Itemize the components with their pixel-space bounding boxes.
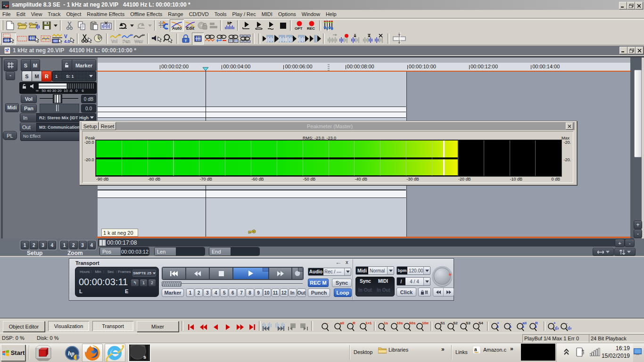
draw-mode-icon[interactable] [40, 33, 51, 45]
transport-close-icon[interactable]: x [346, 260, 348, 265]
doc-close-button[interactable] [636, 47, 644, 54]
loop-button[interactable]: Loop [334, 288, 352, 297]
audio-rec-dropdown[interactable]: Audio Rec / --- [308, 268, 351, 276]
zoom-all-icon[interactable]: all [516, 320, 529, 332]
zoom-R-icon[interactable]: R [529, 320, 542, 332]
zoom-S2-icon[interactable]: S2 [447, 320, 460, 332]
curve-volume-icon[interactable]: Vol [110, 33, 122, 45]
save-icon[interactable] [41, 19, 53, 32]
zoom-preset-3[interactable]: 3 [79, 241, 87, 249]
len-field[interactable]: Len [154, 247, 205, 256]
menu-midi[interactable]: MIDI [259, 10, 275, 18]
menu-cd-dvd[interactable]: CD/DVD [186, 10, 212, 18]
zoom-x-icon[interactable]: - [560, 320, 573, 332]
transport-marker-in[interactable]: In [289, 288, 297, 297]
pitch-mode-icon[interactable] [92, 33, 104, 45]
copy-icon[interactable] [75, 19, 88, 32]
track-record-button[interactable]: R [41, 71, 52, 82]
project-end-marker[interactable] [328, 64, 330, 71]
crossfade-edit-icon[interactable]: Edit [184, 19, 196, 32]
peakmeter-reset-button[interactable]: Reset [99, 122, 116, 130]
peakmeter-title-bar[interactable]: Setup Reset Peakmeter (Master) [81, 122, 575, 130]
rec-m-button[interactable]: REC M [308, 279, 329, 287]
doc-restore-button[interactable] [627, 47, 636, 54]
zoom-S1-icon[interactable]: S1 [434, 320, 447, 332]
redo-dropdown-icon[interactable] [147, 19, 153, 32]
midi-mode-dropdown[interactable]: Midi Normal [355, 266, 394, 275]
links-toolbar-label[interactable]: Links [455, 349, 468, 355]
play-wave-3-icon[interactable] [286, 33, 297, 45]
transport-marker-1[interactable]: 1 [186, 288, 194, 297]
docking-icon[interactable] [208, 19, 219, 32]
tempo-knob[interactable] [432, 266, 452, 286]
solo-all-button[interactable]: S [21, 59, 31, 71]
menu-help[interactable]: Help [323, 10, 339, 18]
quickoffice-icon[interactable] [35, 345, 52, 361]
vol-value[interactable]: 0 dB [81, 95, 96, 103]
range-to-start-icon[interactable] [286, 321, 298, 333]
h-zoom-out-button[interactable]: - [625, 239, 635, 247]
link-until-pause-icon[interactable] [215, 33, 227, 45]
menu-window[interactable]: Window [299, 10, 323, 18]
meter-lock-icon[interactable] [22, 84, 27, 89]
show-desktop-icon[interactable] [634, 348, 642, 355]
rewind-red-icon[interactable] [197, 321, 209, 333]
rewind-button[interactable] [186, 267, 209, 280]
tray-date[interactable]: 15/02/2019 [600, 353, 630, 359]
play-in-range-icon[interactable] [265, 19, 277, 32]
zoom-x-icon[interactable]: + [547, 320, 560, 332]
peakmeter-setup-button[interactable]: Setup [82, 122, 99, 130]
smpte-dropdown[interactable]: SMPTE 25 [132, 270, 156, 277]
vol-slider-handle[interactable] [53, 94, 62, 103]
transport-marker-10[interactable]: 10 [263, 288, 271, 297]
setup-preset-1[interactable]: 1 [21, 241, 29, 249]
skip-start-red-icon[interactable] [185, 321, 197, 333]
peakmeter-close-button[interactable] [566, 123, 573, 130]
forward-red-icon[interactable] [234, 321, 246, 333]
play-button[interactable] [233, 267, 269, 280]
minimize-button[interactable] [619, 2, 627, 9]
zoom-all-icon[interactable]: all [334, 320, 347, 332]
transport-marker-out[interactable]: Out [297, 288, 306, 297]
grid-view-button[interactable] [4, 59, 17, 71]
zoom-1s-icon[interactable]: 1s [378, 320, 390, 332]
firefox-icon[interactable] [82, 344, 103, 362]
pl-button[interactable]: PL [3, 131, 17, 140]
pan-slider-handle[interactable] [56, 105, 59, 111]
marker-button[interactable]: Marker [72, 59, 96, 71]
menu-offline-effects[interactable]: Offline Effects [127, 10, 165, 18]
curve-pan-icon[interactable]: Pan [122, 33, 133, 45]
links-chevron[interactable]: » [510, 346, 513, 352]
menu-tools[interactable]: Tools [212, 10, 230, 18]
menu-edit[interactable]: Edit [14, 10, 28, 18]
setup-preset-4[interactable]: 4 [48, 241, 56, 249]
menu-realtime-effects[interactable]: Realtime Effects [84, 10, 127, 18]
toggle-visualization[interactable]: Visualization [48, 321, 89, 331]
record-button[interactable] [292, 267, 303, 280]
zoom-preset-4[interactable]: 4 [88, 241, 96, 249]
network-signal-icon[interactable] [590, 348, 600, 356]
scrub-slider-handle[interactable] [162, 281, 182, 287]
paste-icon[interactable] [88, 19, 100, 32]
transport-marker-9[interactable]: 9 [255, 288, 263, 297]
timeline-ruler[interactable]: 00:00:02:0000:00:04:0000:00:06:0000:00:0… [98, 63, 630, 71]
toggle-mixer[interactable]: Mixer [137, 321, 179, 332]
toggle-transport[interactable]: Transport [92, 321, 133, 331]
toggle-object-editor[interactable]: Object Editor [3, 321, 45, 332]
stop-icon[interactable] [277, 19, 289, 32]
tray-time[interactable]: 16:19 [607, 345, 630, 352]
restore-button[interactable] [627, 2, 635, 9]
midi-record-mode-icon[interactable]: M [223, 19, 236, 32]
draw-wave-icon[interactable] [51, 33, 63, 45]
end-field[interactable]: End [209, 247, 260, 256]
time-preset1-button[interactable]: 1 [140, 279, 148, 287]
doc-minimize-button[interactable] [619, 47, 627, 54]
play-once-icon[interactable] [240, 19, 253, 32]
transport-marker-12[interactable]: 12 [280, 288, 288, 297]
time-preset2-button[interactable]: 2 [148, 279, 156, 287]
play-wave-2-icon[interactable] [274, 33, 286, 45]
zoom-S3-icon[interactable]: S3 [460, 320, 472, 332]
toolbar1-grip[interactable] [1, 20, 3, 30]
zoom-10m-icon[interactable]: 10m [416, 320, 429, 332]
out-button[interactable]: Out [20, 123, 39, 132]
